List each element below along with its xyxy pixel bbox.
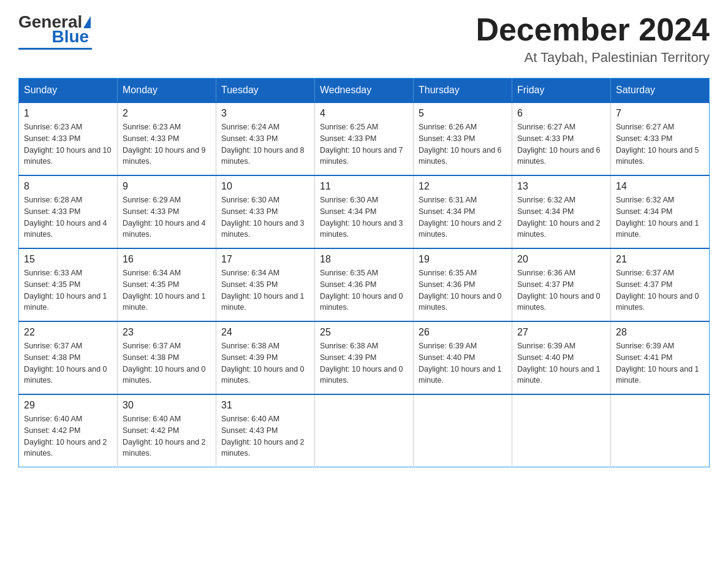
day-info: Sunrise: 6:40 AMSunset: 4:43 PMDaylight:… xyxy=(221,413,309,459)
table-row: 2Sunrise: 6:23 AMSunset: 4:33 PMDaylight… xyxy=(118,102,216,175)
day-info: Sunrise: 6:37 AMSunset: 4:38 PMDaylight:… xyxy=(24,340,112,386)
day-number: 28 xyxy=(616,327,704,338)
day-number: 1 xyxy=(24,108,112,119)
day-info: Sunrise: 6:38 AMSunset: 4:39 PMDaylight:… xyxy=(320,340,408,386)
day-info: Sunrise: 6:28 AMSunset: 4:33 PMDaylight:… xyxy=(24,194,112,240)
table-row: 20Sunrise: 6:36 AMSunset: 4:37 PMDayligh… xyxy=(512,248,611,321)
table-row: 23Sunrise: 6:37 AMSunset: 4:38 PMDayligh… xyxy=(118,321,216,394)
table-row: 14Sunrise: 6:32 AMSunset: 4:34 PMDayligh… xyxy=(611,175,710,248)
location-title: At Taybah, Palestinian Territory xyxy=(476,50,710,66)
table-row: 5Sunrise: 6:26 AMSunset: 4:33 PMDaylight… xyxy=(414,102,512,175)
table-row: 4Sunrise: 6:25 AMSunset: 4:33 PMDaylight… xyxy=(315,102,414,175)
table-row: 15Sunrise: 6:33 AMSunset: 4:35 PMDayligh… xyxy=(19,248,118,321)
day-info: Sunrise: 6:23 AMSunset: 4:33 PMDaylight:… xyxy=(24,121,112,167)
day-number: 20 xyxy=(517,254,605,265)
logo-underline xyxy=(18,48,92,50)
table-row: 16Sunrise: 6:34 AMSunset: 4:35 PMDayligh… xyxy=(118,248,216,321)
day-number: 22 xyxy=(24,327,112,338)
day-info: Sunrise: 6:25 AMSunset: 4:33 PMDaylight:… xyxy=(320,121,408,167)
table-row: 11Sunrise: 6:30 AMSunset: 4:34 PMDayligh… xyxy=(315,175,414,248)
day-number: 21 xyxy=(616,254,704,265)
day-info: Sunrise: 6:27 AMSunset: 4:33 PMDaylight:… xyxy=(517,121,605,167)
table-row: 17Sunrise: 6:34 AMSunset: 4:35 PMDayligh… xyxy=(216,248,315,321)
calendar-week-row: 22Sunrise: 6:37 AMSunset: 4:38 PMDayligh… xyxy=(19,321,710,394)
day-info: Sunrise: 6:30 AMSunset: 4:33 PMDaylight:… xyxy=(221,194,309,240)
table-row: 9Sunrise: 6:29 AMSunset: 4:33 PMDaylight… xyxy=(118,175,216,248)
day-info: Sunrise: 6:38 AMSunset: 4:39 PMDaylight:… xyxy=(221,340,309,386)
day-number: 12 xyxy=(419,181,507,192)
table-row: 19Sunrise: 6:35 AMSunset: 4:36 PMDayligh… xyxy=(414,248,512,321)
day-number: 11 xyxy=(320,181,408,192)
day-info: Sunrise: 6:40 AMSunset: 4:42 PMDaylight:… xyxy=(123,413,211,459)
day-info: Sunrise: 6:31 AMSunset: 4:34 PMDaylight:… xyxy=(419,194,507,240)
day-number: 17 xyxy=(221,254,309,265)
day-number: 10 xyxy=(221,181,309,192)
day-info: Sunrise: 6:26 AMSunset: 4:33 PMDaylight:… xyxy=(419,121,507,167)
table-row: 6Sunrise: 6:27 AMSunset: 4:33 PMDaylight… xyxy=(512,102,611,175)
calendar-header-row: Sunday Monday Tuesday Wednesday Thursday… xyxy=(19,79,710,103)
table-row: 30Sunrise: 6:40 AMSunset: 4:42 PMDayligh… xyxy=(118,394,216,467)
day-number: 27 xyxy=(517,327,605,338)
day-info: Sunrise: 6:30 AMSunset: 4:34 PMDaylight:… xyxy=(320,194,408,240)
calendar-week-row: 1Sunrise: 6:23 AMSunset: 4:33 PMDaylight… xyxy=(19,102,710,175)
day-number: 8 xyxy=(24,181,112,192)
table-row: 13Sunrise: 6:32 AMSunset: 4:34 PMDayligh… xyxy=(512,175,611,248)
day-number: 3 xyxy=(221,108,309,119)
calendar-week-row: 15Sunrise: 6:33 AMSunset: 4:35 PMDayligh… xyxy=(19,248,710,321)
col-monday: Monday xyxy=(118,79,216,103)
table-row: 25Sunrise: 6:38 AMSunset: 4:39 PMDayligh… xyxy=(315,321,414,394)
day-info: Sunrise: 6:34 AMSunset: 4:35 PMDaylight:… xyxy=(221,267,309,313)
day-number: 30 xyxy=(123,400,211,411)
day-info: Sunrise: 6:37 AMSunset: 4:38 PMDaylight:… xyxy=(123,340,211,386)
logo: General Gen Blue xyxy=(18,12,92,50)
day-info: Sunrise: 6:36 AMSunset: 4:37 PMDaylight:… xyxy=(517,267,605,313)
day-info: Sunrise: 6:35 AMSunset: 4:36 PMDaylight:… xyxy=(320,267,408,313)
day-info: Sunrise: 6:39 AMSunset: 4:40 PMDaylight:… xyxy=(419,340,507,386)
day-number: 18 xyxy=(320,254,408,265)
table-row: 8Sunrise: 6:28 AMSunset: 4:33 PMDaylight… xyxy=(19,175,118,248)
calendar-week-row: 29Sunrise: 6:40 AMSunset: 4:42 PMDayligh… xyxy=(19,394,710,467)
table-row: 22Sunrise: 6:37 AMSunset: 4:38 PMDayligh… xyxy=(19,321,118,394)
day-number: 31 xyxy=(221,400,309,411)
table-row: 29Sunrise: 6:40 AMSunset: 4:42 PMDayligh… xyxy=(19,394,118,467)
col-saturday: Saturday xyxy=(611,79,710,103)
day-number: 25 xyxy=(320,327,408,338)
table-row: 1Sunrise: 6:23 AMSunset: 4:33 PMDaylight… xyxy=(19,102,118,175)
day-number: 16 xyxy=(123,254,211,265)
table-row: 24Sunrise: 6:38 AMSunset: 4:39 PMDayligh… xyxy=(216,321,315,394)
day-info: Sunrise: 6:37 AMSunset: 4:37 PMDaylight:… xyxy=(616,267,704,313)
day-info: Sunrise: 6:33 AMSunset: 4:35 PMDaylight:… xyxy=(24,267,112,313)
col-friday: Friday xyxy=(512,79,611,103)
day-number: 7 xyxy=(616,108,704,119)
calendar-table: Sunday Monday Tuesday Wednesday Thursday… xyxy=(18,78,710,467)
day-info: Sunrise: 6:35 AMSunset: 4:36 PMDaylight:… xyxy=(419,267,507,313)
table-row: 27Sunrise: 6:39 AMSunset: 4:40 PMDayligh… xyxy=(512,321,611,394)
col-wednesday: Wednesday xyxy=(315,79,414,103)
day-info: Sunrise: 6:40 AMSunset: 4:42 PMDaylight:… xyxy=(24,413,112,459)
day-number: 6 xyxy=(517,108,605,119)
day-info: Sunrise: 6:23 AMSunset: 4:33 PMDaylight:… xyxy=(123,121,211,167)
day-info: Sunrise: 6:32 AMSunset: 4:34 PMDaylight:… xyxy=(616,194,704,240)
table-row: 10Sunrise: 6:30 AMSunset: 4:33 PMDayligh… xyxy=(216,175,315,248)
day-number: 26 xyxy=(419,327,507,338)
day-number: 9 xyxy=(123,181,211,192)
day-info: Sunrise: 6:39 AMSunset: 4:40 PMDaylight:… xyxy=(517,340,605,386)
logo-triangle-icon xyxy=(83,16,91,28)
table-row xyxy=(315,394,414,467)
col-thursday: Thursday xyxy=(414,79,512,103)
day-number: 19 xyxy=(419,254,507,265)
day-number: 2 xyxy=(123,108,211,119)
table-row: 18Sunrise: 6:35 AMSunset: 4:36 PMDayligh… xyxy=(315,248,414,321)
day-info: Sunrise: 6:27 AMSunset: 4:33 PMDaylight:… xyxy=(616,121,704,167)
day-info: Sunrise: 6:34 AMSunset: 4:35 PMDaylight:… xyxy=(123,267,211,313)
day-number: 29 xyxy=(24,400,112,411)
day-number: 4 xyxy=(320,108,408,119)
table-row: 7Sunrise: 6:27 AMSunset: 4:33 PMDaylight… xyxy=(611,102,710,175)
page-header: General Gen Blue December 2024 At Taybah… xyxy=(18,12,710,66)
table-row: 26Sunrise: 6:39 AMSunset: 4:40 PMDayligh… xyxy=(414,321,512,394)
day-number: 23 xyxy=(123,327,211,338)
table-row: 31Sunrise: 6:40 AMSunset: 4:43 PMDayligh… xyxy=(216,394,315,467)
title-section: December 2024 At Taybah, Palestinian Ter… xyxy=(476,12,710,66)
col-sunday: Sunday xyxy=(19,79,118,103)
table-row: 3Sunrise: 6:24 AMSunset: 4:33 PMDaylight… xyxy=(216,102,315,175)
